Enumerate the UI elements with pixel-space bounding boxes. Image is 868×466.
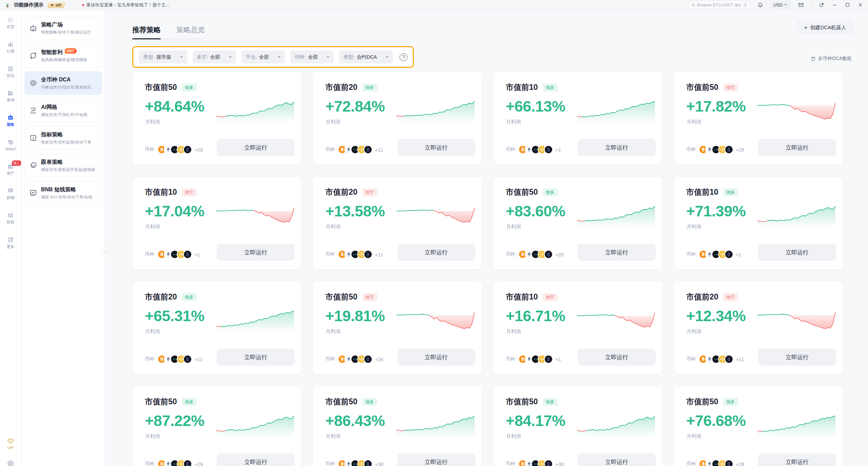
rail-item-vip[interactable]: VIP (7, 437, 14, 450)
svg-text:drep: drep (534, 253, 537, 256)
search-input[interactable] (697, 3, 741, 7)
tab-推荐策略[interactable]: 推荐策略 (132, 25, 161, 39)
help-icon[interactable]: ? (400, 53, 407, 61)
rail-item-首页[interactable]: 首页 (0, 16, 21, 32)
close-icon[interactable] (857, 2, 863, 8)
run-now-button[interactable]: 立即运行 (397, 349, 475, 366)
profit-sparkline (397, 415, 475, 437)
strategy-card: 市值前10 做空 +16.71% 月利润 币种 Bdrep +1 立即运行 (493, 281, 663, 374)
live-ticker[interactable]: 寒冰玖玺直播：玺九爷带短线了！那个王... (82, 2, 170, 8)
coins-row: 币种 Bdrep +11 (325, 145, 383, 154)
sidebar-item-AI网格[interactable]: AI网格捕捉差价/可加杠杆/中短线 (24, 99, 102, 122)
rail-item-更多[interactable]: 更多 (0, 236, 21, 252)
svg-text:$: $ (32, 136, 34, 140)
dca-tutorial-link[interactable]: 全币种DCA教程 (811, 56, 852, 62)
filter-value: 全部 (259, 54, 269, 60)
filter-value: 按市值 (156, 54, 171, 60)
bell-icon[interactable] (757, 2, 764, 8)
filter-dropdown-1[interactable]: 多空:全部 (193, 51, 236, 63)
currency-select[interactable]: USD (771, 1, 790, 9)
run-now-button[interactable]: 立即运行 (397, 244, 475, 261)
run-now-button[interactable]: 立即运行 (397, 139, 475, 156)
chevron-down-icon (180, 56, 183, 58)
filter-dropdown-0[interactable]: 类型:按市值 (139, 51, 187, 63)
run-now-button[interactable]: 立即运行 (578, 139, 656, 156)
coin-icons: Bdrep (518, 145, 553, 154)
sidebar-item-desc: 均摊成本/分批抄底/复利效应 (41, 85, 91, 90)
monthly-profit-value: +13.58% (325, 202, 385, 220)
rail-item-授权[interactable]: 授权 (0, 212, 21, 227)
run-now-button[interactable]: 立即运行 (217, 349, 295, 366)
search-box[interactable]: / (689, 1, 750, 9)
sidebar-item-指标策略[interactable]: $指标策略独家信号/实时监测/自动下单 (24, 126, 102, 150)
filter-label: 类型: (143, 54, 154, 60)
settings-gear-icon[interactable] (7, 460, 14, 466)
rail-item-Web3[interactable]: Web3 (0, 138, 21, 154)
profit-sparkline (577, 415, 655, 437)
robot-outline-icon (29, 24, 38, 33)
svg-text:B: B (160, 147, 163, 152)
rail-item-行情[interactable]: 行情 (0, 41, 21, 56)
sidebar-item-跟单策略[interactable]: 跟单策略捕捉信号/复制高手收益/超稳健 (24, 154, 102, 177)
extra-coins-count: +28 (736, 461, 744, 466)
filter-value: 全部 (210, 54, 220, 60)
run-now-button[interactable]: 立即运行 (758, 349, 836, 366)
filter-dropdown-3[interactable]: 币种:全部 (290, 51, 334, 63)
coins-label: 币种 (145, 251, 154, 257)
monthly-profit-value: +19.81% (325, 307, 385, 325)
sidebar-item-智能套利[interactable]: 智能套利HOT低风险/稳健收益/随存随取 (24, 44, 102, 67)
monthly-profit-value: +84.17% (506, 412, 565, 430)
profit-sparkline (757, 100, 835, 123)
extra-coins-count: +11 (194, 356, 202, 362)
run-now-button[interactable]: 立即运行 (758, 139, 836, 156)
run-now-button[interactable]: 立即运行 (578, 349, 656, 366)
direction-badge: 做空 (543, 293, 558, 301)
sidebar-item-策略广场[interactable]: 策略广场智能策略/自动下单/稳定运行 (24, 16, 102, 40)
card-title: 市值前10 (145, 187, 177, 197)
rail-item-群聊[interactable]: 群聊 (0, 187, 21, 203)
filter-dropdown-4[interactable]: 类型:合约DCA (339, 51, 393, 63)
filter-label: 类型: (344, 54, 355, 60)
sidebar-item-全币种 DCA[interactable]: $全币种 DCA均摊成本/分批抄底/复利效应 (24, 71, 102, 95)
rail-item-资产[interactable]: 链上资产 (0, 163, 21, 178)
search-icon (691, 3, 695, 7)
rail-item-快讯[interactable]: 快讯 (0, 65, 21, 81)
maximize-icon[interactable] (845, 2, 850, 8)
monthly-profit-value: +65.31% (145, 307, 204, 325)
coins-row: 币种 Bdrep +1 (145, 250, 200, 259)
filter-dropdown-2[interactable]: 平台:全部 (242, 51, 285, 63)
sidebar-collapse-handle[interactable]: ‹ (103, 244, 107, 259)
run-now-button[interactable]: 立即运行 (217, 139, 295, 156)
run-now-button[interactable]: 立即运行 (758, 244, 836, 261)
card-title: 市值前20 (686, 292, 718, 302)
mail-icon[interactable] (797, 2, 804, 8)
create-dca-bot-button[interactable]: + 创建DCA机器人 (797, 21, 853, 34)
run-now-button[interactable]: 立即运行 (397, 453, 475, 466)
profit-sparkline (397, 100, 475, 123)
coins-label: 币种 (506, 461, 515, 466)
market-icon (7, 41, 14, 48)
tab-策略总览[interactable]: 策略总览 (176, 25, 205, 39)
sol-icon (364, 355, 372, 364)
run-now-button[interactable]: 立即运行 (578, 244, 656, 261)
rail-item-要闻[interactable]: 要闻 (0, 90, 21, 105)
minimize-icon[interactable] (832, 2, 837, 8)
run-now-button[interactable]: 立即运行 (217, 453, 295, 466)
filter-value: 全部 (308, 54, 318, 60)
mini-window-icon[interactable] (819, 2, 825, 8)
monthly-profit-label: 月利润 (506, 119, 521, 125)
coins-row: 币种 Bdrep +28 (686, 145, 744, 154)
rail-item-策略[interactable]: 策略 (0, 114, 21, 130)
monthly-profit-value: +71.39% (686, 202, 746, 220)
run-now-button[interactable]: 立即运行 (758, 453, 836, 466)
run-now-button[interactable]: 立即运行 (578, 453, 656, 466)
tabs: 推荐策略策略总览 (132, 25, 205, 39)
filter-label: 币种: (295, 54, 306, 60)
chevron-down-icon (784, 4, 787, 6)
run-now-button[interactable]: 立即运行 (217, 244, 295, 261)
sidebar-item-title: 策略广场 (41, 21, 63, 28)
rail-item-label: 首页 (7, 25, 15, 29)
sidebar-item-BNB 短线策略[interactable]: BNB 短线策略捕捉 IEO 信号/自动下单/短线 (24, 181, 102, 205)
coins-row: 币种 Bdrep +26 (506, 250, 564, 259)
onchain-badge: 链上 (12, 160, 21, 166)
